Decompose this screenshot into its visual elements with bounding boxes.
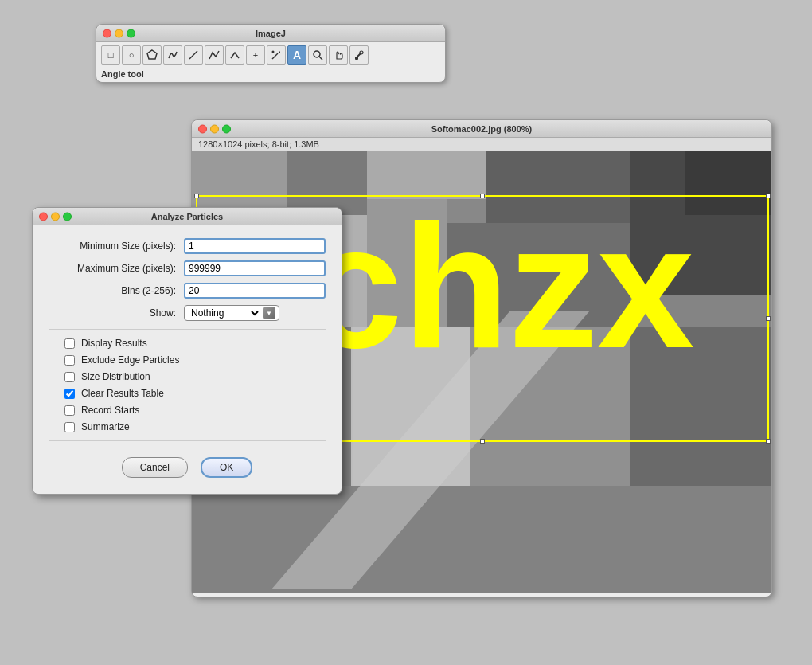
sel-handle-bottomright[interactable] [766, 439, 771, 444]
show-label: Show: [49, 307, 184, 319]
minimum-size-label: Minimum Size (pixels): [49, 241, 184, 252]
exclude-edge-checkbox[interactable] [64, 355, 75, 366]
display-results-label: Display Results [81, 338, 147, 349]
record-starts-row: Record Starts [49, 405, 326, 416]
dialog-buttons: Cancel OK [49, 449, 326, 483]
image-info-bar: 1280×1024 pixels; 8-bit; 1.3MB [192, 138, 771, 151]
exclude-edge-row: Exclude Edge Particles [49, 354, 326, 366]
freehand-tool[interactable] [163, 45, 182, 65]
traffic-lights [103, 29, 135, 37]
text-tool[interactable]: A [287, 45, 306, 65]
imagej-titlebar: ImageJ [96, 25, 445, 42]
image-maximize-button[interactable] [222, 124, 231, 133]
show-select-arrow [263, 307, 275, 319]
dialog-body: Minimum Size (pixels): Maximum Size (pix… [33, 225, 342, 494]
svg-point-4 [272, 51, 275, 53]
analyze-maximize-button[interactable] [63, 212, 72, 221]
sel-handle-topleft[interactable] [194, 194, 199, 198]
analyze-dialog-title: Analyze Particles [151, 212, 224, 221]
svg-rect-8 [355, 57, 358, 60]
svg-marker-3 [278, 51, 280, 53]
analyze-titlebar: Analyze Particles [33, 208, 342, 225]
image-traffic-lights [198, 124, 231, 133]
sel-handle-topright[interactable] [766, 194, 771, 198]
imagej-title: ImageJ [256, 29, 286, 38]
svg-line-7 [357, 53, 361, 57]
show-select-wrapper[interactable]: Nothing Outlines Masks Ellipses Count Ma… [184, 305, 279, 321]
imagej-toolbar-window: ImageJ □ ○ + A Angle [96, 24, 446, 83]
show-select[interactable]: Nothing Outlines Masks Ellipses Count Ma… [188, 307, 261, 319]
cancel-button[interactable]: Cancel [122, 457, 188, 478]
summarize-label: Summarize [81, 421, 130, 432]
maximum-size-row: Maximum Size (pixels): [49, 260, 326, 276]
size-distribution-label: Size Distribution [81, 371, 150, 382]
image-close-button[interactable] [198, 124, 207, 133]
image-minimize-button[interactable] [210, 124, 219, 133]
minimum-size-input[interactable] [184, 238, 326, 254]
polygon-tool[interactable] [142, 45, 162, 65]
svg-line-1 [189, 51, 197, 59]
svg-line-6 [319, 57, 322, 60]
analyze-particles-dialog: Analyze Particles Minimum Size (pixels):… [32, 207, 342, 495]
maximize-button[interactable] [127, 29, 135, 37]
maximum-size-input[interactable] [184, 260, 326, 276]
record-starts-label: Record Starts [81, 405, 139, 416]
ok-button[interactable]: OK [201, 457, 252, 478]
bins-label: Bins (2-256): [49, 285, 184, 296]
minimum-size-row: Minimum Size (pixels): [49, 238, 326, 254]
segmented-line-tool[interactable] [205, 45, 224, 65]
maximum-size-label: Maximum Size (pixels): [49, 263, 184, 274]
summarize-row: Summarize [49, 421, 326, 432]
oval-tool[interactable]: ○ [122, 45, 141, 65]
display-results-checkbox[interactable] [64, 338, 75, 349]
svg-rect-25 [192, 486, 771, 593]
summarize-checkbox[interactable] [64, 422, 75, 432]
clear-results-row: Clear Results Table [49, 388, 326, 399]
size-distribution-row: Size Distribution [49, 371, 326, 382]
sel-handle-bottommid[interactable] [480, 439, 485, 444]
display-results-row: Display Results [49, 338, 326, 349]
record-starts-checkbox[interactable] [64, 405, 75, 416]
crosshair-tool[interactable]: + [246, 45, 265, 65]
toolbar-icons: □ ○ + A [96, 42, 445, 68]
svg-point-5 [314, 51, 320, 57]
separator-2 [49, 440, 326, 441]
bins-input[interactable] [184, 283, 326, 299]
hand-tool[interactable] [329, 45, 348, 65]
svg-marker-0 [147, 50, 157, 59]
image-title: Softomac002.jpg (800%) [431, 124, 533, 134]
svg-line-2 [272, 53, 278, 59]
separator-1 [49, 329, 326, 330]
show-row: Show: Nothing Outlines Masks Ellipses Co… [49, 305, 326, 321]
eyedropper-tool[interactable] [349, 45, 369, 65]
analyze-traffic-lights [39, 212, 72, 221]
image-titlebar: Softomac002.jpg (800%) [192, 120, 771, 138]
bins-row: Bins (2-256): [49, 283, 326, 299]
magnifier-tool[interactable] [308, 45, 327, 65]
analyze-minimize-button[interactable] [51, 212, 60, 221]
angle-tool-label: Angle tool [96, 68, 445, 82]
angle-tool[interactable] [225, 45, 244, 65]
line-tool[interactable] [184, 45, 203, 65]
wand-tool[interactable] [267, 45, 286, 65]
rectangle-tool[interactable]: □ [101, 45, 120, 65]
clear-results-label: Clear Results Table [81, 388, 164, 399]
analyze-close-button[interactable] [39, 212, 48, 221]
minimize-button[interactable] [115, 29, 123, 37]
clear-results-checkbox[interactable] [64, 389, 75, 399]
close-button[interactable] [103, 29, 111, 37]
exclude-edge-label: Exclude Edge Particles [81, 354, 179, 366]
sel-handle-midright[interactable] [766, 316, 771, 321]
size-distribution-checkbox[interactable] [64, 372, 75, 382]
